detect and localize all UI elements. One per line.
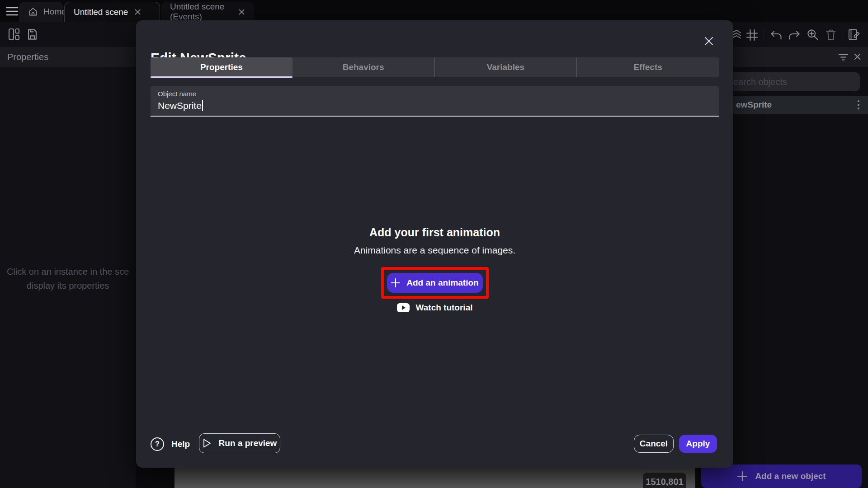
scene-canvas[interactable] [175, 468, 695, 488]
top-bar: Home Untitled scene Untitled scene (Even… [0, 0, 868, 22]
zoom-in-icon[interactable] [807, 28, 819, 41]
tab-untitled-scene-events[interactable]: Untitled scene (Events) [161, 2, 254, 22]
help-button[interactable]: ? Help [151, 435, 190, 453]
tab-scene-label: Untitled scene [74, 7, 128, 17]
apply-label: Apply [686, 439, 710, 449]
empty-state-subtitle: Animations are a sequence of images. [354, 245, 515, 256]
help-label: Help [171, 439, 190, 449]
empty-state-title: Add your first animation [369, 226, 500, 239]
edit-object-dialog: Edit NewSprite Properties Behaviors Vari… [136, 20, 733, 468]
properties-hint-line1: Click on an instance in the sce [0, 265, 136, 279]
play-icon [203, 438, 212, 448]
tab-home[interactable]: Home [19, 2, 63, 22]
run-preview-button[interactable]: Run a preview [199, 433, 280, 453]
properties-panel-title: Properties [7, 52, 48, 62]
object-list-item[interactable]: ewSprite [723, 96, 868, 114]
tab-untitled-scene[interactable]: Untitled scene [64, 2, 160, 22]
plus-icon [737, 471, 748, 482]
undo-icon[interactable] [770, 30, 782, 40]
apply-button[interactable]: Apply [679, 435, 717, 453]
cancel-label: Cancel [640, 439, 668, 449]
tutorial-highlight-box: Add an animation [381, 267, 489, 299]
hamburger-icon [6, 6, 19, 16]
object-name-field[interactable]: Object name NewSprite [151, 86, 719, 117]
cancel-button[interactable]: Cancel [634, 435, 674, 453]
add-new-object-label: Add a new object [755, 471, 826, 481]
tab-variables-label: Variables [487, 62, 524, 72]
kebab-menu-icon[interactable] [857, 100, 860, 110]
search-objects-input[interactable]: earch objects [722, 72, 860, 91]
tab-variables[interactable]: Variables [434, 57, 577, 77]
tab-effects-label: Effects [633, 62, 662, 72]
redo-icon[interactable] [788, 30, 800, 40]
object-item-label: ewSprite [736, 100, 772, 110]
tab-effects[interactable]: Effects [576, 57, 719, 77]
object-name-value: NewSprite [158, 100, 202, 111]
plus-icon [391, 278, 401, 288]
save-icon[interactable] [26, 28, 38, 41]
properties-hint: Click on an instance in the sce display … [0, 265, 136, 293]
dialog-tab-bar: Properties Behaviors Variables Effects [151, 57, 719, 77]
filter-icon[interactable] [838, 53, 849, 61]
cursor-coordinates-badge: 1510,801 [643, 473, 686, 488]
youtube-play-icon [397, 303, 410, 312]
add-new-object-button[interactable]: Add a new object [701, 465, 862, 488]
toolbar-divider [764, 28, 764, 42]
properties-panel-header: Properties [0, 47, 136, 67]
grid-icon[interactable] [746, 29, 758, 41]
toolbar-divider [843, 28, 843, 42]
watch-tutorial-label: Watch tutorial [416, 303, 473, 313]
watch-tutorial-button[interactable]: Watch tutorial [397, 303, 473, 313]
text-cursor [202, 100, 203, 111]
tab-behaviors-label: Behaviors [343, 62, 384, 72]
home-icon [28, 7, 38, 17]
menu-button[interactable] [6, 6, 19, 16]
search-objects-placeholder: earch objects [733, 77, 787, 87]
tab-properties-label: Properties [200, 62, 243, 72]
panels-layout-icon[interactable] [8, 28, 20, 41]
close-dialog-icon[interactable] [703, 35, 715, 47]
object-name-label: Object name [158, 90, 719, 98]
properties-panel-body: Click on an instance in the sce display … [0, 67, 136, 488]
trash-icon[interactable] [825, 28, 837, 41]
tab-events-label: Untitled scene (Events) [170, 2, 232, 22]
objects-panel-header [733, 47, 868, 67]
tab-behaviors[interactable]: Behaviors [292, 57, 434, 77]
add-animation-button[interactable]: Add an animation [387, 273, 483, 293]
close-tab-icon[interactable] [134, 9, 141, 15]
animation-empty-state: Add your first animation Animations are … [136, 226, 733, 313]
run-preview-label: Run a preview [219, 438, 277, 448]
objects-panel-body: earch objects ewSprite [723, 67, 868, 488]
close-tab-icon[interactable] [238, 9, 245, 15]
close-panel-icon[interactable] [854, 53, 861, 61]
properties-hint-line2: display its properties [0, 279, 136, 293]
question-mark-icon: ? [151, 437, 164, 451]
edit-scene-properties-icon[interactable] [848, 28, 860, 41]
tab-home-label: Home [43, 7, 66, 17]
app-root: Home Untitled scene Untitled scene (Even… [0, 0, 868, 488]
coords-value: 1510,801 [646, 477, 683, 487]
add-animation-label: Add an animation [406, 278, 478, 288]
tab-properties[interactable]: Properties [151, 57, 292, 77]
